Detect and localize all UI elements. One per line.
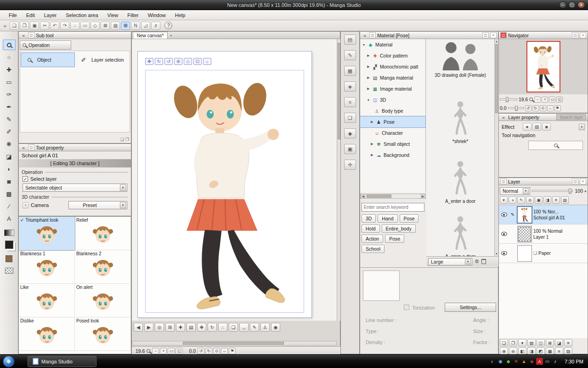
float-panel-icon[interactable]: ◫ [572,32,578,38]
menu-item[interactable]: Edit [22,11,39,19]
material-search-input[interactable] [362,203,424,212]
material-tag[interactable]: 3D [362,214,376,223]
gizmo-icon[interactable]: ✥ [145,58,153,65]
collapse-toolbar-icon[interactable]: « [2,23,8,29]
expression-item[interactable]: Like [19,284,75,317]
rotation-slider[interactable] [508,107,524,109]
layer-row[interactable]: 100 % Normal Layer 1 [499,224,588,244]
expression-item[interactable]: Dislike [19,317,75,351]
material-tag[interactable]: Hand [378,214,397,223]
canvas-nav-icon[interactable]: ◉ [271,323,280,332]
zoom-control-icon[interactable]: + [542,97,548,103]
menu-item[interactable]: Window [144,11,170,19]
expression-item[interactable]: Blankness 1 [19,250,75,284]
toolbar-icon[interactable]: ▨ [111,22,120,30]
tool-button[interactable]: ◙ [3,176,16,187]
layer-action-icon[interactable]: ◪ [555,339,563,346]
collapse-panel-icon[interactable]: « [20,33,27,38]
collapse-panel-icon[interactable]: « [500,115,507,120]
expander-icon[interactable]: ▶ [367,65,370,69]
zoom-control-icon[interactable]: ▭ [168,348,175,354]
rotate-control-icon[interactable]: ↔ [547,105,554,111]
subtool-corner-icon[interactable]: ❏ [120,137,124,142]
expander-icon[interactable]: ▼ [367,98,370,102]
layer-thumbnail[interactable] [517,245,532,262]
material-item[interactable]: *shriek* [426,100,494,144]
layer-visibility-icon[interactable] [501,251,507,255]
canvas-nav-icon[interactable]: ↻ [208,323,217,332]
layer-action-icon[interactable]: ⊞ [546,339,554,346]
toolbar-icon[interactable]: ⊠ [101,22,110,30]
rotate-control-icon[interactable]: ↻ [205,348,212,354]
tray-icon[interactable]: ◆ [505,358,512,365]
tool-button[interactable]: ❋ [3,139,16,150]
layer-action-icon[interactable]: ◩ [537,347,545,355]
tree-item-pose[interactable]: ▶ ♟ Pose [360,116,425,127]
tool-button[interactable]: ✎ [3,114,16,125]
scroll-left-icon[interactable]: ◀ [361,194,366,198]
gizmo-icon[interactable]: ↻ [155,58,163,65]
canvas-nav-icon[interactable]: ❏ [229,323,238,332]
opacity-spinner-icon[interactable]: ▸ [585,189,587,193]
toolbar-icon[interactable]: ◿ [141,22,150,30]
tree-item-small-object[interactable]: ▶ ✾ Small object [360,138,425,150]
toolbar-icon[interactable]: ❐ [20,22,29,30]
layer-visibility-icon[interactable] [501,213,507,217]
collapsed-palette-icon[interactable]: ▣ [344,144,356,154]
zoom-control-icon[interactable]: ◱ [556,97,563,103]
expression-item[interactable]: ✓Triumphant look [19,217,75,250]
material-item[interactable]: A_enter a door [426,160,494,204]
effect-icon[interactable]: ■ [542,123,551,131]
tool-button[interactable]: ◗ [3,164,16,174]
expander-icon[interactable]: ▼ [362,43,366,46]
layer-visibility-icon[interactable] [501,232,507,236]
tray-icon[interactable]: ♪ [552,358,559,365]
layer-toolbar-icon[interactable]: ▤ [561,196,569,204]
expander-icon[interactable]: ▶ [370,142,374,146]
layer-toolbar-icon[interactable]: ✕ [552,196,560,204]
effect-dropdown-icon[interactable]: ▾ [579,124,585,130]
select-layer-checkbox[interactable]: ✓ [23,176,28,182]
material-vertical-scrollbar[interactable]: ▲ ▼ [494,39,498,256]
collapse-panel-icon[interactable]: « [20,145,27,150]
tool-button[interactable]: ✐ [3,126,16,137]
canvas-nav-icon[interactable]: ♙ [260,323,270,332]
layer-action-icon[interactable]: ✕ [564,339,572,346]
rotate-control-icon[interactable]: ↔ [221,348,228,354]
search-layer-tab[interactable]: Search layer [556,114,586,120]
canvas-nav-icon[interactable]: ◡ [239,323,249,332]
rotate-control-icon[interactable]: ⊙ [540,105,546,111]
layer-action-icon[interactable]: ◫ [537,339,545,346]
zoom-control-icon[interactable]: − [152,348,159,354]
thumbnail-size-dropdown[interactable]: Large ▾ [428,258,472,265]
tool-button[interactable]: ✚ [3,64,16,75]
collapsed-palette-icon[interactable]: ≡ [344,97,356,107]
tree-item-manga-material[interactable]: ▶ ▤ Manga material [360,72,425,83]
expander-icon[interactable]: ▶ [367,76,370,80]
tray-icon[interactable]: A [536,358,543,365]
layer-row[interactable]: ❏ Paper [499,244,588,263]
toolbar-icon[interactable]: ⊞ [121,22,130,30]
tree-item-material[interactable]: ▼ ◆ Material [360,39,425,50]
toolbar-icon[interactable]: ↷ [60,22,69,30]
zoom-control-icon[interactable]: − [534,97,541,103]
toolbar-icon[interactable]: ♯ [151,22,160,30]
collapsed-palette-icon[interactable]: ◆ [344,128,356,138]
zoom-control-icon[interactable]: ◱ [175,348,182,354]
layer-thumbnail[interactable] [517,226,532,242]
effect-icon[interactable]: ● [523,123,531,131]
help-button[interactable]: ? [164,22,172,29]
gear-icon[interactable]: ⚙ [475,259,479,264]
expression-item[interactable]: Relief [75,217,131,250]
layer-action-icon[interactable]: ◧ [518,347,526,355]
subtool-corner-icon[interactable]: ❐ [125,137,129,142]
toolbar-icon[interactable]: ↶ [50,22,59,30]
toolbar-icon[interactable]: ▭ [80,22,90,30]
material-item[interactable]: A_open a door [426,215,494,256]
canvas-nav-icon[interactable]: ▶ [144,323,153,332]
gizmo-icon[interactable]: ⊡ [193,58,202,65]
canvas-nav-icon[interactable]: ✚ [176,323,185,332]
layer-action-icon[interactable]: ▨ [564,347,572,355]
expander-icon[interactable]: ▶ [367,87,370,91]
zoom-tool[interactable] [3,40,16,50]
